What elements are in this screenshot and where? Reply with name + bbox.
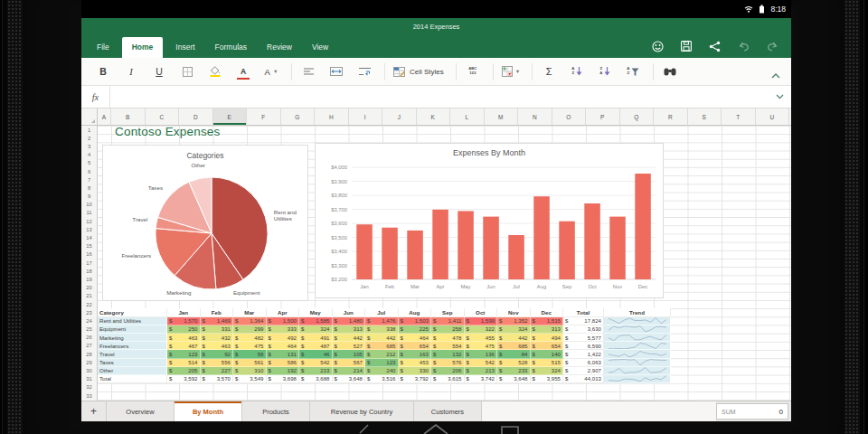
row-header-13[interactable]: 13 [81, 225, 97, 233]
table-category-cell[interactable]: Travel [98, 350, 167, 358]
table-cell[interactable]: $467 [167, 342, 201, 350]
column-header-m[interactable]: M [485, 108, 519, 125]
table-cell[interactable]: $475 [465, 342, 498, 350]
table-cell[interactable]: $212 [365, 350, 399, 358]
table-cell[interactable]: $330 [399, 367, 432, 375]
table-cell[interactable]: $654 [399, 342, 432, 350]
row-header-23[interactable]: 23 [81, 308, 97, 316]
add-sheet-button[interactable]: + [81, 401, 107, 421]
row-header-26[interactable]: 26 [81, 334, 97, 342]
column-header-a[interactable]: A [98, 108, 111, 125]
column-header-k[interactable]: K [417, 108, 451, 125]
table-cell[interactable]: $313 [333, 326, 366, 334]
table-cell[interactable]: $123 [365, 359, 399, 367]
sheet-tab-revenue-by-country[interactable]: Revenue by Country [310, 401, 414, 421]
menu-tab-file[interactable]: File [87, 37, 119, 58]
table-cell[interactable]: $3,698 [267, 375, 300, 383]
row-header-30[interactable]: 30 [81, 366, 97, 374]
table-cell[interactable]: $213 [299, 367, 333, 375]
table-cell[interactable]: $567 [333, 359, 366, 367]
table-cell[interactable]: $3,955 [531, 375, 564, 383]
recents-button-icon[interactable] [502, 427, 518, 434]
column-header-c[interactable]: C [146, 108, 180, 125]
table-cell[interactable]: $685 [365, 342, 399, 350]
expand-formula-bar-button[interactable] [768, 94, 791, 99]
table-cell[interactable]: $1,364 [233, 317, 267, 326]
row-header-18[interactable]: 18 [81, 267, 97, 275]
row-header-1[interactable]: 1 [81, 126, 97, 134]
table-cell[interactable]: $475 [233, 342, 267, 350]
sheet-title-cell[interactable]: Contoso Expenses [115, 126, 221, 138]
table-category-cell[interactable]: Equipment [98, 326, 167, 334]
table-cell[interactable]: $205 [167, 367, 201, 375]
menu-tab-home[interactable]: Home [122, 37, 164, 58]
table-column-header-total[interactable]: Total [563, 308, 604, 316]
table-column-header-may[interactable]: May [299, 308, 333, 316]
trend-cell[interactable] [604, 367, 671, 375]
bar-chart[interactable]: $3,200$3,300$3,400$3,500$3,600$3,700$3,8… [315, 143, 664, 298]
undo-icon[interactable] [738, 42, 750, 52]
table-cell[interactable]: $576 [431, 359, 465, 367]
table-cell[interactable]: $3,615 [431, 375, 465, 383]
table-cell[interactable]: $561 [233, 359, 267, 367]
merge-center-button[interactable] [328, 61, 344, 81]
row-header-4[interactable]: 4 [81, 151, 97, 159]
wrap-text-button[interactable] [356, 61, 373, 81]
table-cell[interactable]: $322 [465, 326, 498, 334]
back-button-icon[interactable] [360, 425, 368, 433]
table-total-cell[interactable]: $6,590 [563, 342, 604, 350]
sheet-tab-overview[interactable]: Overview [107, 401, 175, 421]
table-cell[interactable]: $478 [431, 334, 465, 342]
column-header-i[interactable]: I [349, 108, 383, 125]
table-cell[interactable]: $514 [167, 359, 201, 367]
table-cell[interactable]: $213 [465, 367, 498, 375]
table-cell[interactable]: $299 [233, 326, 267, 334]
table-column-header-apr[interactable]: Apr [267, 308, 300, 316]
table-cell[interactable]: $1,476 [365, 317, 399, 326]
table-cell[interactable]: $84 [497, 350, 531, 358]
row-header-29[interactable]: 29 [81, 358, 97, 366]
sort-filter-button[interactable]: AZ [625, 61, 641, 81]
row-header-28[interactable]: 28 [81, 350, 97, 358]
row-header-21[interactable]: 21 [81, 292, 97, 300]
column-header-g[interactable]: G [281, 108, 316, 125]
table-cell[interactable]: $494 [531, 334, 564, 342]
table-cell[interactable]: $250 [167, 326, 201, 334]
table-cell[interactable]: $1,500 [267, 317, 300, 326]
table-column-header-trend[interactable]: Trend [604, 308, 671, 316]
fx-button[interactable]: fx [81, 86, 110, 108]
table-cell[interactable]: $3,688 [299, 375, 333, 383]
column-header-f[interactable]: F [247, 108, 281, 125]
column-header-h[interactable]: H [315, 108, 349, 125]
trend-cell[interactable] [604, 317, 671, 326]
table-cell[interactable]: $492 [267, 334, 300, 342]
table-cell[interactable]: $527 [333, 342, 366, 350]
borders-button[interactable] [179, 61, 195, 81]
table-cell[interactable]: $654 [531, 342, 564, 350]
table-cell[interactable]: $3,570 [201, 375, 234, 383]
table-cell[interactable]: $240 [365, 367, 399, 375]
table-category-cell[interactable]: Marketing [98, 334, 167, 342]
column-header-o[interactable]: O [552, 108, 587, 125]
sheet-tab-products[interactable]: Products [242, 401, 310, 421]
sort-descending-button[interactable]: ZA [597, 61, 613, 81]
row-header-12[interactable]: 12 [81, 217, 97, 225]
menu-tab-view[interactable]: View [302, 37, 338, 58]
table-cell[interactable]: $3,549 [233, 375, 267, 383]
row-header-22[interactable]: 22 [81, 300, 97, 308]
table-column-header-dec[interactable]: Dec [531, 308, 564, 316]
table-category-cell[interactable]: Rent and Utilities [98, 317, 167, 326]
cell-styles-button[interactable]: Cell Styles [393, 61, 444, 81]
column-header-u[interactable]: U [756, 108, 790, 125]
table-cell[interactable]: $105 [333, 350, 366, 358]
table-cell[interactable]: $453 [399, 359, 432, 367]
table-cell[interactable]: $1,515 [531, 317, 564, 326]
table-cell[interactable]: $58 [233, 350, 267, 358]
table-cell[interactable]: $1,599 [465, 317, 498, 326]
row-header-25[interactable]: 25 [81, 326, 97, 334]
table-cell[interactable]: $227 [201, 367, 234, 375]
table-cell[interactable]: $258 [431, 326, 465, 334]
table-cell[interactable]: $225 [399, 326, 432, 334]
row-header-9[interactable]: 9 [81, 193, 97, 201]
row-header-27[interactable]: 27 [81, 342, 97, 350]
